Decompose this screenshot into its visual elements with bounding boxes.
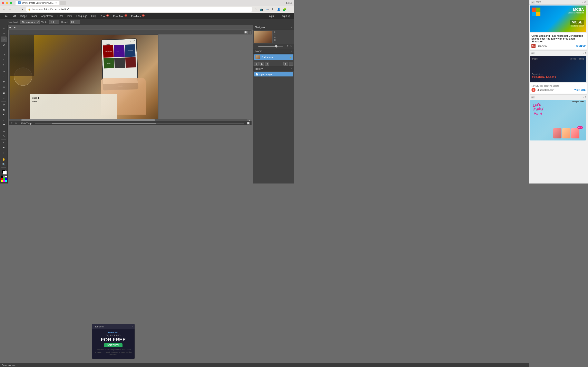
color-gray[interactable] <box>3 175 5 178</box>
hand-tool[interactable]: ✋ <box>1 157 7 162</box>
new-tab-button[interactable]: + <box>60 1 66 5</box>
close-button[interactable] <box>2 2 4 4</box>
forward-button[interactable]: → <box>8 7 13 12</box>
history-close-button[interactable]: × <box>291 67 292 70</box>
zoom-out-icon[interactable]: － <box>255 44 258 48</box>
menu-file[interactable]: File <box>2 14 9 18</box>
glasses-icon[interactable]: 👓 <box>265 7 269 12</box>
layer-delete-button[interactable]: 🗑 <box>283 62 288 66</box>
color-magenta[interactable] <box>3 180 5 182</box>
signup-button[interactable]: Sign up <box>280 14 292 18</box>
zoom-handle[interactable] <box>275 45 277 48</box>
back-button[interactable]: ← <box>2 7 7 12</box>
zoom-in-icon[interactable]: ＋ <box>284 44 286 48</box>
text-tool[interactable]: T <box>1 150 7 155</box>
history-item-open-image[interactable]: 📄 Open Image <box>254 72 293 76</box>
address-bar[interactable]: 🔒 Защищено https://pixlr.com/editor/ <box>26 7 252 12</box>
menu-font[interactable]: Font 4 <box>98 14 111 18</box>
menu-free-tool[interactable]: Free Tool 1 <box>111 14 129 18</box>
layer-item-background[interactable]: Background 🔒 <box>254 54 293 60</box>
height-input[interactable] <box>70 20 80 24</box>
heal-tool[interactable]: ✦ <box>1 63 7 67</box>
menu-dots-icon[interactable]: ⋮ <box>287 7 292 12</box>
color-yellow[interactable] <box>1 180 3 182</box>
menu-view[interactable]: View <box>65 14 74 18</box>
bookmark-icon[interactable]: ☆ <box>253 7 258 12</box>
menu-filter[interactable]: Filter <box>55 14 65 18</box>
zoom-tool[interactable]: 🔍 <box>1 162 7 167</box>
color-red[interactable] <box>1 178 3 180</box>
gradient-tool[interactable]: ⁌ <box>1 141 7 145</box>
menu-edit[interactable]: Edit <box>9 14 18 18</box>
menu-freebies[interactable]: Freebies 2 <box>129 14 147 18</box>
crop-tool[interactable]: ⌖ <box>1 58 7 62</box>
minimize-button[interactable] <box>6 2 8 4</box>
canvas-close-button[interactable]: × <box>247 31 251 34</box>
browser-tab[interactable]: P Online Photo Editor | Pixlr Edit... × <box>16 1 59 5</box>
color-swatches[interactable] <box>1 169 7 174</box>
dodge-tool[interactable]: ◉ <box>1 107 7 112</box>
canvas-expand-button[interactable]: ⬜ <box>247 122 250 125</box>
menu-adjustment[interactable]: Adjustment <box>39 14 55 18</box>
background-color[interactable] <box>3 171 7 175</box>
reload-button[interactable]: ✕ <box>20 7 25 12</box>
select-rect-tool[interactable]: ⬚ <box>1 48 7 52</box>
layer-lock-icon: 🔒 <box>289 56 292 58</box>
canvas-left-arrow[interactable]: ◀ <box>8 25 12 30</box>
canvas-nav-right[interactable]: → <box>1 31 7 36</box>
zoom-slider[interactable] <box>258 46 283 47</box>
canvas-right-arrow[interactable]: ▶ <box>12 25 17 30</box>
layer-mask-button[interactable]: ◐ <box>259 62 264 66</box>
extensions-icon[interactable]: 🧩 <box>282 7 287 12</box>
smudge-tool[interactable]: ⬦ <box>1 117 7 122</box>
menu-image[interactable]: Image <box>18 14 29 18</box>
login-button[interactable]: Login <box>266 14 276 18</box>
color-white[interactable] <box>5 175 7 178</box>
layer-name: Background <box>261 56 288 58</box>
tab-close-button[interactable]: × <box>55 1 57 4</box>
canvas-scroll-bottom[interactable] <box>35 123 244 124</box>
color-grid <box>1 175 7 182</box>
scroll-right-btn[interactable]: ▶ <box>247 119 251 121</box>
new-position-tool[interactable]: ⊕ <box>1 42 7 47</box>
menu-help[interactable]: Help <box>89 14 98 18</box>
navigator-close-button[interactable]: × <box>291 26 292 29</box>
navigator-title: Navigator <box>255 26 265 29</box>
width-input[interactable] <box>49 20 60 24</box>
tool-options-icon[interactable]: ⊹ <box>2 20 6 24</box>
maximize-button[interactable] <box>10 2 12 4</box>
shape-rect-tool[interactable]: ▣ <box>1 91 7 95</box>
color-cyan[interactable] <box>5 180 7 182</box>
layers-close-button[interactable]: × <box>291 50 292 53</box>
transform-tool[interactable]: ✢ <box>1 134 7 139</box>
cast-icon[interactable]: 📺 <box>259 7 264 12</box>
menu-layer[interactable]: Layer <box>29 14 39 18</box>
color-blue[interactable] <box>5 178 7 180</box>
move-tool[interactable]: ⊹ <box>1 37 7 42</box>
sponge-tool[interactable]: ❖ <box>1 123 7 127</box>
navigator-thumb-image <box>254 31 272 43</box>
profile-icon[interactable]: 👤 <box>276 7 281 12</box>
canvas-hscroll[interactable]: ▶ <box>9 119 251 121</box>
layer-group-button[interactable]: ⊞ <box>254 62 259 66</box>
canvas-maximize-button[interactable]: ⬜ <box>244 31 247 34</box>
constraint-select[interactable]: No restriction <box>20 20 40 24</box>
clone-tool[interactable]: ⊚ <box>1 102 7 107</box>
shape-circle-tool[interactable]: ○ <box>1 96 7 100</box>
color-black[interactable] <box>1 175 3 178</box>
color-replace-tool[interactable]: ∞ <box>1 129 7 133</box>
canvas-hscroll-thumb[interactable] <box>21 119 155 121</box>
menu-language[interactable]: Language <box>74 14 89 18</box>
select-lasso-tool[interactable]: ✂ <box>1 53 7 57</box>
canvas-image[interactable]: Ollies▶ ⚙ 🔍 ☰ CloudDevice STIEG LARSSON … <box>9 34 158 119</box>
canvas-nav-left[interactable]: ← <box>1 26 7 31</box>
home-button[interactable]: ⌂ <box>14 7 19 12</box>
pen-tool[interactable]: ✒ <box>1 145 7 150</box>
download-icon[interactable]: ⬇ <box>270 7 275 12</box>
sharpen-tool[interactable]: ✦ <box>1 112 7 117</box>
color-green[interactable] <box>3 178 5 180</box>
layer-add-button[interactable]: + <box>289 62 293 66</box>
navigator-thumbnail[interactable] <box>254 31 273 43</box>
blur-tool[interactable]: ☁ <box>1 84 7 89</box>
layer-style-button[interactable]: ⚙ <box>265 62 269 66</box>
